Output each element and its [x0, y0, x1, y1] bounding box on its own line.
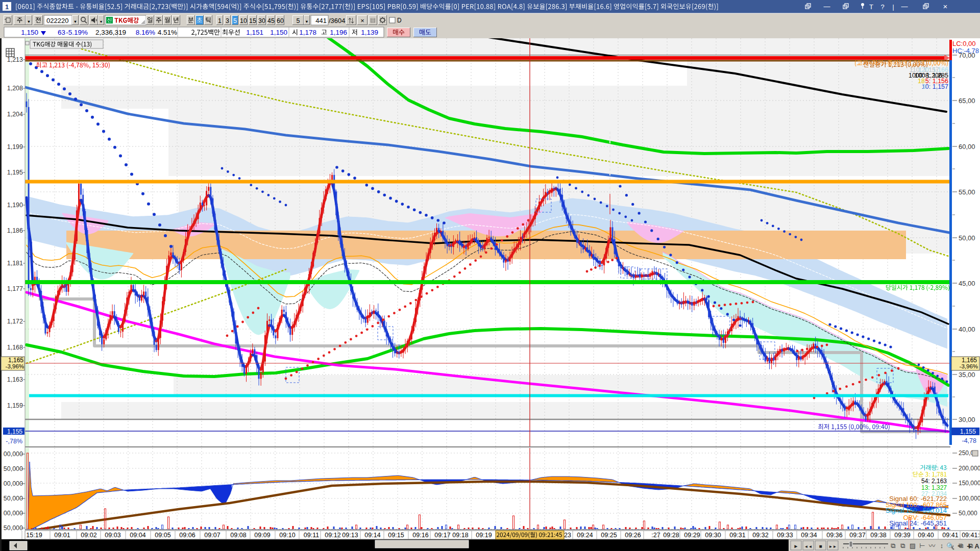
svg-text:09:40: 09:40 — [918, 532, 934, 539]
svg-text:×: × — [943, 2, 948, 11]
svg-text:1,199: 1,199 — [7, 143, 23, 151]
svg-text:-3,96%: -3,96% — [6, 363, 24, 369]
svg-text:⧉: ⧉ — [900, 542, 905, 549]
svg-text:45,00: 45,00 — [959, 280, 975, 287]
svg-text:1,155: 1,155 — [960, 428, 976, 435]
svg-text:◄◄: ◄◄ — [804, 544, 813, 549]
svg-text:8.16%: 8.16% — [136, 29, 155, 36]
svg-text:►►: ►► — [829, 544, 837, 549]
svg-text:09:01: 09:01 — [54, 532, 70, 539]
svg-text:1: 1 — [218, 17, 222, 24]
svg-text:09:34: 09:34 — [801, 532, 817, 539]
svg-text:?: ? — [880, 3, 884, 11]
svg-text:1,168: 1,168 — [7, 344, 23, 351]
svg-text:09:15: 09:15 — [388, 532, 404, 539]
svg-text:—: — — [901, 3, 908, 10]
svg-text:09:02: 09:02 — [81, 532, 96, 539]
svg-text:09:13: 09:13 — [342, 532, 358, 539]
svg-text:09:06: 09:06 — [179, 532, 195, 539]
svg-text:HC:-4,78: HC:-4,78 — [952, 47, 979, 55]
svg-text:1,208: 1,208 — [7, 85, 23, 92]
svg-text:10: 10 — [240, 17, 247, 24]
svg-text:50,00: 50,00 — [959, 234, 975, 242]
svg-text:09:24: 09:24 — [577, 532, 593, 539]
svg-text:LC:0,00: LC:0,00 — [952, 40, 976, 47]
svg-text:09:33: 09:33 — [777, 532, 793, 539]
svg-text:09:09: 09:09 — [254, 532, 270, 539]
svg-text:2,336,319: 2,336,319 — [95, 29, 126, 36]
svg-text:T: T — [869, 3, 873, 11]
svg-text:40,00: 40,00 — [959, 325, 975, 333]
svg-text:15:19: 15:19 — [26, 532, 42, 539]
svg-text:5: 5 — [233, 17, 237, 24]
svg-text:▼: ▼ — [100, 20, 103, 23]
svg-text:+: + — [967, 541, 972, 551]
svg-text:1,159: 1,159 — [7, 402, 23, 409]
svg-text:1,178: 1,178 — [299, 29, 316, 36]
svg-text:45: 45 — [267, 17, 275, 24]
svg-text:022220: 022220 — [46, 17, 68, 24]
svg-text:55,00: 55,00 — [959, 188, 975, 196]
svg-text:09:14: 09:14 — [364, 532, 380, 539]
svg-text:-,78%: -,78% — [6, 438, 22, 445]
svg-text:〰: 〰 — [928, 542, 935, 549]
svg-text:00,000: 00,000 — [4, 480, 23, 487]
svg-text:▨: ▨ — [910, 542, 916, 549]
svg-text:50,000: 50,000 — [4, 465, 23, 472]
svg-text:►: ► — [794, 543, 799, 549]
svg-text:09:04: 09:04 — [130, 532, 145, 539]
svg-text:50,000: 50,000 — [4, 524, 23, 532]
svg-text:■: ■ — [819, 543, 822, 549]
svg-text:1,172: 1,172 — [7, 318, 23, 325]
svg-text:⊢: ⊢ — [919, 542, 925, 549]
svg-text:1,165: 1,165 — [962, 357, 977, 364]
svg-text:65,00: 65,00 — [959, 97, 975, 105]
svg-text:1,204: 1,204 — [7, 111, 23, 118]
svg-text:×: × — [360, 17, 364, 24]
svg-text:09:19: 09:19 — [476, 532, 492, 539]
svg-text:09:25: 09:25 — [601, 532, 617, 539]
svg-text:5: 5 — [297, 17, 300, 24]
svg-text:09:07: 09:07 — [204, 532, 220, 539]
svg-text:🔍: 🔍 — [946, 542, 955, 550]
svg-text:09:30: 09:30 — [705, 532, 721, 539]
svg-text:↕: ↕ — [940, 542, 944, 549]
svg-text:Signal 24: -645,351: Signal 24: -645,351 — [889, 519, 947, 527]
svg-text:150,000: 150,000 — [959, 480, 980, 487]
svg-text:00,000: 00,000 — [4, 510, 23, 517]
svg-text:00,000: 00,000 — [4, 450, 23, 458]
svg-text:A: A — [974, 542, 979, 550]
svg-text:|: | — [892, 4, 894, 11]
svg-text:1,190: 1,190 — [7, 202, 23, 209]
svg-text:09:05: 09:05 — [155, 532, 170, 539]
svg-text:1,196: 1,196 — [330, 29, 347, 36]
svg-text:3: 3 — [226, 17, 229, 24]
svg-text:35,00: 35,00 — [959, 371, 975, 379]
svg-text:1,150: 1,150 — [21, 29, 38, 36]
svg-text:09:36: 09:36 — [826, 532, 842, 539]
svg-text:09:39: 09:39 — [894, 532, 910, 539]
svg-text:1,177: 1,177 — [7, 285, 23, 292]
svg-text:1: 1 — [5, 3, 9, 11]
svg-text:100,000: 100,000 — [959, 495, 980, 502]
svg-text:30,00: 30,00 — [959, 416, 975, 423]
svg-text:09:03: 09:03 — [105, 532, 120, 539]
svg-text:1,186: 1,186 — [7, 227, 23, 234]
svg-text:1,155: 1,155 — [7, 428, 22, 435]
svg-text:54: 2,163: 54: 2,163 — [921, 478, 947, 485]
svg-text:1,181: 1,181 — [7, 260, 23, 267]
svg-text:09:29: 09:29 — [684, 532, 700, 539]
svg-text:09:18: 09:18 — [452, 532, 468, 539]
svg-text:/3604: /3604 — [329, 17, 346, 24]
svg-text:50,000: 50,000 — [959, 510, 977, 517]
svg-text:▼: ▼ — [74, 19, 77, 24]
svg-text:200,000: 200,000 — [959, 465, 980, 472]
svg-text:⧉: ⧉ — [891, 542, 895, 549]
svg-text:09:10: 09:10 — [279, 532, 295, 539]
svg-text:63: 63 — [58, 29, 65, 36]
svg-text:1,150: 1,150 — [270, 29, 287, 36]
svg-text:1,195: 1,195 — [7, 169, 23, 176]
svg-text:-5.19%: -5.19% — [66, 29, 88, 36]
svg-text:Signal 150: -590,014: Signal 150: -590,014 — [886, 507, 947, 514]
svg-text:1,139: 1,139 — [361, 29, 378, 36]
